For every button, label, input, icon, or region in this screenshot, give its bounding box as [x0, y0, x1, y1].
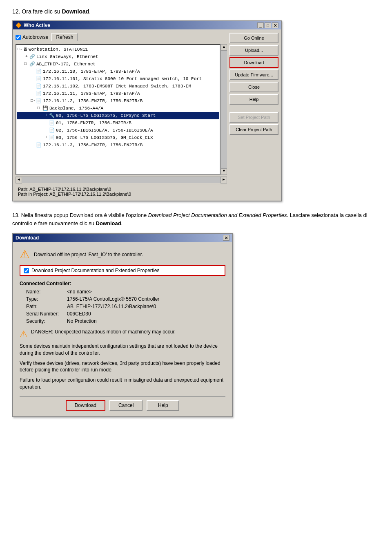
tree-item[interactable]: 📄172.16.11.102, 1783-EMS08T ENet Managed… — [17, 83, 219, 90]
refresh-button[interactable]: Refresh — [51, 33, 78, 41]
download-top-msg: Download offline project 'Fast_IO' to th… — [34, 252, 143, 257]
tree-item-text: 172.16.11.102, 1783-EMS08T ENet Managed … — [43, 83, 191, 90]
scroll-left-arrow[interactable]: ◄ — [16, 177, 22, 183]
tree-item[interactable]: □-💾Backplane, 1756-A4/A — [17, 105, 219, 112]
para3: Failure to load proper configuration cou… — [20, 377, 225, 391]
tree-item-text: 172.16.11.11, 1783-ETAP, 1783-ETAP/A — [43, 90, 140, 97]
close-button[interactable]: ✕ — [272, 22, 278, 28]
step12-text-end: . — [89, 8, 91, 15]
step13-pre: 13. Nella finestra popup Download ora è … — [12, 212, 148, 218]
device-tree[interactable]: □-🖥Workstation, STATION11 +🔗Linx Gateway… — [16, 44, 220, 175]
info-row: Security:No Protection — [26, 317, 225, 325]
update-firmware-button[interactable]: Update Firmware... — [229, 69, 278, 80]
tree-scrollbar[interactable]: ▲ ▼ — [220, 44, 227, 175]
tree-item-text: 172.16.11.2, 1756-EN2TR, 1756-EN2TR/B — [43, 97, 143, 105]
path-in-project-row: Path in Project: AB_ETHIP-172\172.16.11.… — [18, 192, 225, 197]
tree-item-text: 172.16.11.3, 1756-EN2TR, 1756-EN2TR/B — [43, 141, 143, 149]
tree-item-text: AB_ETHIP-172, Ethernet — [36, 60, 96, 68]
step12-bold: Download — [62, 8, 89, 15]
scroll-right-arrow[interactable]: ► — [220, 177, 227, 183]
who-active-dialog: 🔶 Who Active _ □ ✕ Autobrowse Refresh □-… — [12, 20, 282, 201]
tree-item-text: Backplane, 1756-A4/A — [49, 105, 103, 112]
download-dialog-title: Download — [16, 235, 39, 241]
restore-button[interactable]: □ — [265, 22, 271, 28]
download-title-bar: Download ✕ — [13, 234, 232, 242]
download-win-controls: ✕ — [223, 235, 229, 241]
tree-item[interactable]: +🔗Linx Gateways, Ethernet — [17, 53, 219, 60]
path-value: AB_ETHIP-172\172.16.11.2\Backplane\0 — [29, 187, 111, 192]
scroll-track — [221, 51, 227, 168]
tree-item[interactable]: 📄172.16.11.3, 1756-EN2TR, 1756-EN2TR/B — [17, 141, 219, 149]
clear-project-path-button[interactable]: Clear Project Path — [229, 124, 278, 135]
download-project-doc-checkbox[interactable] — [24, 268, 29, 273]
tree-item[interactable]: 📄172.16.11.10, 1783-ETAP, 1783-ETAP/A — [17, 68, 219, 75]
path-row: Path: AB_ETHIP-172\172.16.11.2\Backplane… — [18, 187, 225, 192]
who-active-right-panel: Go Online Upload... Download Update Firm… — [229, 32, 278, 198]
autobrowse-checkbox[interactable] — [16, 35, 21, 40]
download-confirm-button[interactable]: Download — [66, 400, 105, 411]
info-row: Name:<no name> — [26, 288, 225, 295]
autobrowse-label: Autobrowse — [22, 34, 48, 40]
info-row: Serial Number:006CED30 — [26, 310, 225, 317]
who-active-title-bar: 🔶 Who Active _ □ ✕ — [13, 21, 281, 29]
tree-item[interactable]: 📄02, 1756-IB16ISOE/A, 1756-IB16ISOE/A — [17, 127, 219, 134]
path-area: Path: AB_ETHIP-172\172.16.11.2\Backplane… — [16, 185, 227, 198]
h-scroll-track — [22, 177, 220, 183]
tree-item-text: Linx Gateways, Ethernet — [36, 53, 98, 60]
minimize-button[interactable]: _ — [257, 22, 264, 28]
info-label: Name: — [26, 288, 67, 295]
tree-item-text: 172.16.11.10, 1783-ETAP, 1783-ETAP/A — [43, 68, 140, 75]
step13-bold: Download — [96, 220, 121, 226]
scroll-up-arrow[interactable]: ▲ — [221, 44, 227, 51]
controller-info-table: Name:<no name>Type:1756-L75/A ControlLog… — [20, 288, 225, 325]
scroll-down-arrow[interactable]: ▼ — [221, 168, 227, 175]
tree-item-text: 172.16.11.101, Stratix 8000 10-Port mana… — [43, 75, 202, 83]
tree-item[interactable]: □-🔗AB_ETHIP-172, Ethernet — [17, 60, 219, 68]
autobrowse-bar: Autobrowse Refresh — [16, 32, 227, 42]
tree-item-text: 02, 1756-IB16ISOE/A, 1756-IB16ISOE/A — [56, 127, 153, 134]
go-online-button[interactable]: Go Online — [229, 33, 278, 43]
dialog-title-icon: 🔶 — [16, 22, 22, 28]
tree-item[interactable]: +📄03, 1756-L75 LOGIX5575, GM_Clock_CLX — [17, 134, 219, 141]
download-project-doc-label: Download Project Documentation and Exten… — [31, 268, 160, 273]
upload-button[interactable]: Upload... — [229, 45, 278, 56]
path-label: Path: — [18, 187, 29, 192]
info-value: No Protection — [67, 317, 97, 325]
warning-triangle-icon: ⚠ — [20, 248, 30, 261]
info-value: <no name> — [67, 288, 92, 295]
info-label: Serial Number: — [26, 310, 67, 317]
connected-controller-label: Connected Controller: — [20, 281, 225, 286]
win-controls: _ □ ✕ — [257, 22, 278, 28]
download-close-button[interactable]: ✕ — [223, 235, 229, 241]
step13-end: . — [121, 220, 123, 226]
help-dialog-button[interactable]: Help — [147, 400, 179, 411]
close-button-right[interactable]: Close — [229, 82, 278, 92]
download-body: ⚠ Download offline project 'Fast_IO' to … — [13, 242, 232, 416]
who-active-left-panel: Autobrowse Refresh □-🖥Workstation, STATI… — [16, 32, 227, 198]
autobrowse-checkbox-label[interactable]: Autobrowse — [16, 34, 48, 40]
para2: Verify these devices (drives, network de… — [20, 360, 225, 374]
info-label: Path: — [26, 303, 67, 310]
who-active-body: Autobrowse Refresh □-🖥Workstation, STATI… — [13, 29, 281, 201]
help-button[interactable]: Help — [229, 94, 278, 105]
tree-item-text: 03, 1756-L75 LOGIX5575, GM_Clock_CLX — [56, 134, 153, 141]
cancel-button[interactable]: Cancel — [109, 400, 143, 411]
tree-item[interactable]: +🔧00, 1756-L75 LOGIX5575, CIPSync_Start — [17, 112, 219, 119]
path-in-project-value: AB_ETHIP-172\172.16.11.2\Backplane\0 — [49, 192, 131, 197]
tree-item-text: 00, 1756-L75 LOGIX5575, CIPSync_Start — [56, 112, 156, 119]
who-active-title: Who Active — [24, 22, 50, 28]
tree-item[interactable]: 📄172.16.11.11, 1783-ETAP, 1783-ETAP/A — [17, 90, 219, 97]
info-value: 006CED30 — [67, 310, 91, 317]
step12-text-pre: 12. Ora fare clic su — [12, 8, 62, 15]
info-label: Type: — [26, 295, 67, 303]
tree-item[interactable]: □-📄172.16.11.2, 1756-EN2TR, 1756-EN2TR/B — [17, 97, 219, 105]
danger-text: DANGER: Unexpected hazardous motion of m… — [31, 329, 225, 335]
tree-item[interactable]: 📄01, 1756-EN2TR, 1756-EN2TR/B — [17, 119, 219, 127]
download-checkbox-box[interactable]: Download Project Documentation and Exten… — [20, 265, 225, 276]
tree-item[interactable]: □-🖥Workstation, STATION11 — [17, 46, 219, 53]
set-project-path-button[interactable]: Set Project Path — [229, 112, 278, 123]
tree-item[interactable]: 📄172.16.11.101, Stratix 8000 10-Port man… — [17, 75, 219, 83]
download-button[interactable]: Download — [229, 57, 278, 68]
step13-italic: Download Project Documentation and Exten… — [148, 212, 287, 218]
tree-item-text: Workstation, STATION11 — [29, 46, 88, 53]
